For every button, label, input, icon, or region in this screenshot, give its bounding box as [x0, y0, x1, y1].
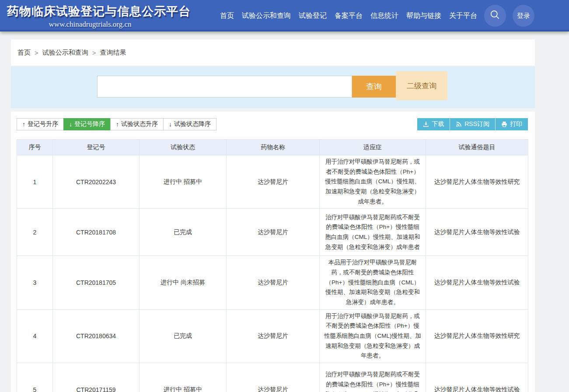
arrow-up-icon: ↑	[22, 121, 25, 128]
cell-status: 进行中 尚未招募	[140, 256, 227, 309]
toolbar: ↑ 登记号升序 ↓ 登记号降序 ↑ 试验状态升序 ↓ 试验状态降序	[17, 118, 528, 130]
col-header-index: 序号	[17, 140, 53, 155]
cell-regno[interactable]: CTR20171159	[53, 363, 140, 392]
download-icon	[423, 121, 429, 127]
cell-indication: 用于治疗对甲磺酸伊马替尼耐药，或者不耐受的费城染色体阳性（Ph+）慢性髓细胞白血…	[320, 155, 426, 209]
cell-indication: 本品用于治疗对甲磺酸伊马替尼耐药，或不耐受的费城染色体阳性（Ph+）慢性髓细胞白…	[320, 256, 426, 309]
breadcrumb-results: 查询结果	[100, 49, 126, 57]
sort-button-group: ↑ 登记号升序 ↓ 登记号降序 ↑ 试验状态升序 ↓ 试验状态降序	[17, 118, 216, 130]
nav-item-statistics[interactable]: 信息统计	[370, 11, 398, 21]
cell-status: 进行中 招募中	[140, 363, 227, 392]
col-header-drug: 药物名称	[227, 140, 320, 155]
brand-logo[interactable]: 药物临床试验登记与信息公示平台 www.chinadrugtrials.org.…	[7, 4, 173, 29]
advanced-query-button[interactable]: 二级查询	[396, 71, 447, 100]
cell-drug: 达沙替尼片	[227, 363, 320, 392]
sort-label: 登记号升序	[28, 120, 58, 128]
nav-item-help-links[interactable]: 帮助与链接	[406, 11, 441, 21]
cell-drug: 达沙替尼片	[227, 209, 320, 256]
site-url: www.chinadrugtrials.org.cn	[7, 20, 173, 29]
cell-regno[interactable]: CTR20181705	[53, 256, 140, 309]
col-header-indication: 适应症	[320, 140, 426, 155]
cell-drug: 达沙替尼片	[227, 309, 320, 363]
rss-button[interactable]: RSS订阅	[450, 118, 496, 130]
main-nav: 首页 试验公示和查询 试验登记 备案平台 信息统计 帮助与链接 关于平台	[220, 0, 477, 32]
login-label: 登录	[517, 12, 530, 20]
header: 药物临床试验登记与信息公示平台 www.chinadrugtrials.org.…	[0, 0, 569, 32]
cell-status: 已完成	[140, 309, 227, 363]
cell-index: 3	[17, 256, 53, 309]
nav-item-home[interactable]: 首页	[220, 11, 234, 21]
cell-index: 1	[17, 155, 53, 209]
header-search-button[interactable]	[484, 5, 506, 27]
table-row[interactable]: 5 CTR20171159 进行中 招募中 达沙替尼片 治疗对甲磺酸伊马替尼耐药…	[17, 363, 528, 392]
sort-label: 登记号降序	[74, 120, 105, 128]
search-band: 查询 二级查询	[11, 66, 535, 108]
cell-index: 2	[17, 209, 53, 256]
results-panel: ↑ 登记号升序 ↓ 登记号降序 ↑ 试验状态升序 ↓ 试验状态降序	[11, 112, 535, 392]
breadcrumb-home[interactable]: 首页	[17, 49, 31, 57]
breadcrumb-separator: >	[92, 49, 96, 56]
cell-drug: 达沙替尼片	[227, 155, 320, 209]
nav-item-trial-search[interactable]: 试验公示和查询	[242, 11, 291, 21]
sort-regno-desc-button[interactable]: ↓ 登记号降序	[63, 118, 111, 130]
print-label: 打印	[510, 120, 522, 128]
arrow-down-icon: ↓	[69, 121, 72, 128]
breadcrumb: 首页 > 试验公示和查询 > 查询结果	[11, 39, 535, 66]
cell-status: 已完成	[140, 209, 227, 256]
rss-label: RSS订阅	[464, 120, 489, 128]
col-header-regno: 登记号	[53, 140, 140, 155]
col-header-status: 试验状态	[140, 140, 227, 155]
table-header-row: 序号 登记号 试验状态 药物名称 适应症 试验通俗题目	[17, 140, 528, 155]
query-button[interactable]: 查询	[352, 76, 396, 98]
nav-item-about[interactable]: 关于平台	[449, 11, 477, 21]
nav-item-trial-register[interactable]: 试验登记	[299, 11, 327, 21]
cell-indication: 治疗对甲磺酸伊马替尼耐药或不耐受的费城染色体阳性（Ph+）慢性髓细胞白血病（CM…	[320, 363, 426, 392]
cell-title: 达沙替尼片人体生物等效性研究	[426, 309, 528, 363]
cell-drug: 达沙替尼片	[227, 256, 320, 309]
cell-indication: 用于治疗对甲磺酸伊马替尼耐药，或不耐受的费城染色体阳性（Ph+）慢性髓系细胞白血…	[320, 309, 426, 363]
login-button[interactable]: 登录	[513, 5, 534, 27]
rss-icon	[456, 121, 462, 127]
cell-indication: 治疗对甲磺酸伊马替尼耐药或不耐受的费城染色体阳性（Ph+）慢性髓细胞白血病（CM…	[320, 209, 426, 256]
print-button[interactable]: 打印	[496, 118, 528, 130]
cell-index: 4	[17, 309, 53, 363]
sort-regno-asc-button[interactable]: ↑ 登记号升序	[17, 118, 64, 130]
table-row[interactable]: 3 CTR20181705 进行中 尚未招募 达沙替尼片 本品用于治疗对甲磺酸伊…	[17, 256, 528, 309]
col-header-title: 试验通俗题目	[426, 140, 528, 155]
cell-regno[interactable]: CTR20180634	[53, 309, 140, 363]
breadcrumb-separator: >	[35, 49, 38, 56]
cell-regno[interactable]: CTR20202243	[53, 155, 140, 209]
site-title: 药物临床试验登记与信息公示平台	[7, 4, 173, 19]
cell-title: 达沙替尼片人体生物等效性试验	[426, 363, 528, 392]
sort-label: 试验状态升序	[121, 120, 158, 128]
cell-title: 达沙替尼片人体生物等效性试验	[426, 256, 528, 309]
cell-status: 进行中 招募中	[140, 155, 227, 209]
table-row[interactable]: 1 CTR20202243 进行中 招募中 达沙替尼片 用于治疗对甲磺酸伊马替尼…	[17, 155, 528, 209]
cell-index: 5	[17, 363, 53, 392]
cell-title: 达沙替尼片人体生物等效性研究	[426, 155, 528, 209]
arrow-up-icon: ↑	[116, 121, 119, 128]
search-input[interactable]	[97, 76, 352, 98]
download-label: 下载	[432, 120, 444, 128]
search-icon	[489, 9, 501, 22]
sort-label: 试验状态降序	[174, 120, 211, 128]
results-table: 序号 登记号 试验状态 药物名称 适应症 试验通俗题目 1 CTR2020224…	[17, 139, 528, 392]
action-button-group: 下载 RSS订阅	[417, 118, 528, 130]
print-icon	[501, 121, 507, 127]
table-row[interactable]: 4 CTR20180634 已完成 达沙替尼片 用于治疗对甲磺酸伊马替尼耐药，或…	[17, 309, 528, 363]
cell-title: 达沙替尼片人体生物等效性试验	[426, 209, 528, 256]
nav-item-record-platform[interactable]: 备案平台	[335, 11, 363, 21]
table-row[interactable]: 2 CTR20181708 已完成 达沙替尼片 治疗对甲磺酸伊马替尼耐药或不耐受…	[17, 209, 528, 256]
breadcrumb-trial-search[interactable]: 试验公示和查询	[42, 49, 88, 57]
sort-status-desc-button[interactable]: ↓ 试验状态降序	[163, 118, 216, 130]
download-button[interactable]: 下载	[417, 118, 450, 130]
cell-regno[interactable]: CTR20181708	[53, 209, 140, 256]
sort-status-asc-button[interactable]: ↑ 试验状态升序	[110, 118, 164, 130]
arrow-down-icon: ↓	[169, 121, 172, 128]
